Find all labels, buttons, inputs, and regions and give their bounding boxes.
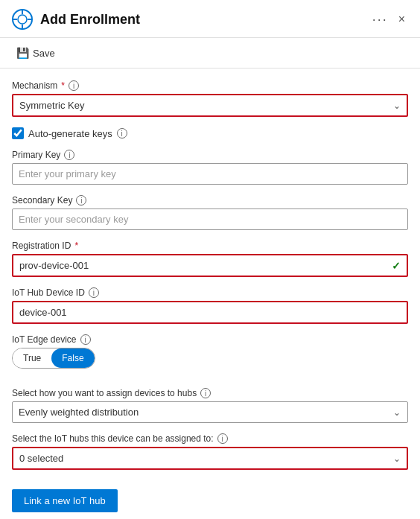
save-button[interactable]: 💾 Save (12, 44, 60, 62)
mechanism-group: Mechanism * i Symmetric Key X.509 TPM ⌄ (12, 80, 408, 117)
registration-id-input[interactable] (12, 254, 408, 277)
toggle-true-button[interactable]: True (13, 348, 51, 368)
iot-hub-device-id-info-icon[interactable]: i (89, 287, 99, 298)
registration-id-check-icon: ✓ (392, 260, 401, 272)
iot-hubs-select-wrapper: 0 selected ⌄ (12, 447, 408, 470)
secondary-key-input[interactable] (12, 208, 408, 230)
iot-edge-toggle: True False (12, 348, 95, 369)
iot-hubs-info-icon[interactable]: i (217, 433, 228, 444)
add-enrollment-dialog: Add Enrollment ··· × 💾 Save Mechanism * … (0, 0, 420, 519)
iot-hubs-select[interactable]: 0 selected (12, 447, 408, 470)
assign-policy-info-icon[interactable]: i (200, 388, 211, 398)
assign-policy-group: Select how you want to assign devices to… (12, 388, 408, 423)
save-label: Save (33, 48, 55, 59)
registration-id-group: Registration ID * ✓ (12, 241, 408, 277)
assign-policy-select[interactable]: Evenly weighted distribution Lowest late… (12, 401, 408, 423)
form-body: Mechanism * i Symmetric Key X.509 TPM ⌄ … (0, 69, 420, 519)
dialog-icon (12, 9, 33, 30)
mechanism-select-wrapper: Symmetric Key X.509 TPM ⌄ (12, 94, 408, 117)
mechanism-info-icon[interactable]: i (69, 80, 79, 91)
iot-hubs-label: Select the IoT hubs this device can be a… (12, 433, 408, 444)
primary-key-info-icon[interactable]: i (64, 150, 74, 160)
primary-key-input[interactable] (12, 163, 408, 185)
auto-generate-info-icon[interactable]: i (117, 128, 127, 138)
auto-generate-label: Auto-generate keys (28, 128, 112, 139)
registration-id-wrapper: ✓ (12, 254, 408, 277)
iot-hub-device-id-input[interactable] (12, 301, 408, 324)
registration-id-label: Registration ID * (12, 241, 408, 251)
iot-edge-device-group: IoT Edge device i True False (12, 334, 408, 369)
link-new-iot-hub-button[interactable]: Link a new IoT hub (12, 489, 118, 512)
toggle-false-button[interactable]: False (51, 348, 94, 368)
dialog-title: Add Enrollment (40, 12, 365, 28)
assign-policy-select-wrapper: Evenly weighted distribution Lowest late… (12, 401, 408, 423)
more-options-button[interactable]: ··· (372, 12, 388, 28)
iot-edge-device-info-icon[interactable]: i (80, 334, 91, 345)
secondary-key-group: Secondary Key i (12, 195, 408, 230)
svg-point-1 (18, 15, 27, 24)
title-bar: Add Enrollment ··· × (0, 0, 420, 38)
auto-generate-checkbox[interactable] (12, 127, 24, 139)
mechanism-label: Mechanism * i (12, 80, 408, 91)
save-icon: 💾 (16, 47, 29, 59)
primary-key-label: Primary Key i (12, 150, 408, 160)
secondary-key-info-icon[interactable]: i (76, 195, 86, 206)
secondary-key-label: Secondary Key i (12, 195, 408, 206)
assign-policy-label: Select how you want to assign devices to… (12, 388, 408, 398)
iot-hub-device-id-group: IoT Hub Device ID i (12, 287, 408, 324)
close-button[interactable]: × (395, 10, 408, 28)
iot-edge-device-label: IoT Edge device i (12, 334, 408, 345)
auto-generate-group: Auto-generate keys i (12, 127, 408, 139)
toolbar: 💾 Save (0, 38, 420, 69)
iot-hub-device-id-label: IoT Hub Device ID i (12, 287, 408, 298)
spacer (12, 379, 408, 388)
primary-key-group: Primary Key i (12, 150, 408, 185)
mechanism-required: * (61, 80, 65, 91)
mechanism-select[interactable]: Symmetric Key X.509 TPM (12, 94, 408, 117)
iot-hubs-group: Select the IoT hubs this device can be a… (12, 433, 408, 470)
registration-id-required: * (74, 241, 78, 251)
